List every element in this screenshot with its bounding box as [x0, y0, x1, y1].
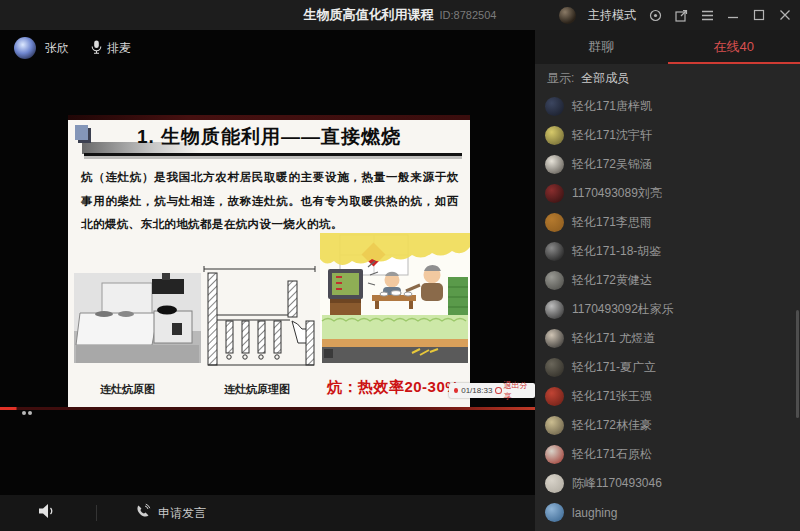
- member-row[interactable]: 1170493089刘亮: [535, 179, 800, 208]
- shared-slide: 1. 生物质能利用——直接燃烧 炕（连灶炕）是我国北方农村居民取暖的主要设施，热…: [68, 120, 470, 407]
- member-name: 轻化171 尤煜道: [572, 330, 655, 347]
- member-avatar: [545, 329, 564, 348]
- efficiency-note: 炕：热效率20-30%: [318, 378, 468, 397]
- member-avatar: [545, 300, 564, 319]
- speaker-icon: [38, 503, 56, 523]
- slide-title: 1. 生物质能利用——直接燃烧: [68, 124, 470, 150]
- exit-share-button[interactable]: 退出分享: [495, 380, 530, 402]
- member-name: 1170493089刘亮: [572, 185, 662, 202]
- toolbar-divider: [96, 505, 97, 521]
- member-list-scrollbar[interactable]: [796, 310, 799, 418]
- tab-group-chat[interactable]: 群聊: [535, 30, 668, 64]
- member-name: laughing: [572, 506, 617, 520]
- member-name: 轻化171-18-胡鉴: [572, 243, 661, 260]
- video-artifact-dots: [22, 411, 26, 415]
- popout-icon[interactable]: [674, 8, 688, 22]
- member-avatar: [545, 126, 564, 145]
- member-name: 轻化171石原松: [572, 446, 652, 463]
- share-control-pill: 01/18:33 退出分享: [449, 383, 535, 398]
- member-row[interactable]: 轻化171张王强: [535, 382, 800, 411]
- caption-middle: 连灶炕原理图: [224, 382, 290, 397]
- member-avatar: [545, 213, 564, 232]
- room-id: ID:8782504: [440, 9, 497, 21]
- member-row[interactable]: laughing: [535, 498, 800, 527]
- member-row[interactable]: 轻化172林佳豪: [535, 411, 800, 440]
- speaker-button[interactable]: [38, 503, 56, 523]
- titlebar: 生物质高值化利用课程 ID:8782504 主持模式: [0, 0, 800, 30]
- member-name: 轻化171-夏广立: [572, 359, 656, 376]
- menu-icon[interactable]: [700, 8, 714, 22]
- kang-diagram-figure: [202, 265, 317, 373]
- request-speak-button[interactable]: 申请发言: [135, 504, 206, 522]
- member-name: 轻化171张王强: [572, 388, 652, 405]
- member-avatar: [545, 184, 564, 203]
- minimize-icon[interactable]: [726, 8, 740, 22]
- presenter-name: 张欣: [45, 40, 69, 57]
- member-avatar: [545, 97, 564, 116]
- member-name: 轻化171唐梓凯: [572, 98, 652, 115]
- member-row[interactable]: 轻化171沈宇轩: [535, 121, 800, 150]
- member-name: 轻化172黄健达: [572, 272, 652, 289]
- member-row[interactable]: 轻化171李思雨: [535, 208, 800, 237]
- member-name: 轻化171李思雨: [572, 214, 652, 231]
- tab-online-members[interactable]: 在线40: [668, 30, 800, 64]
- panel-tabs: 群聊 在线40: [535, 30, 800, 64]
- exit-share-label: 退出分享: [504, 380, 531, 402]
- close-icon[interactable]: [778, 8, 792, 22]
- kang-cartoon-figure: [320, 233, 470, 363]
- member-avatar: [545, 503, 564, 522]
- member-row[interactable]: 轻化171-夏广立: [535, 353, 800, 382]
- member-avatar: [545, 155, 564, 174]
- caption-left: 连灶炕原图: [100, 382, 155, 397]
- queue-mic-label: 排麦: [107, 40, 131, 57]
- member-row[interactable]: 轻化172吴锦涵: [535, 150, 800, 179]
- side-panel: 群聊 在线40 显示: 全部成员 轻化171唐梓凯轻化171沈宇轩轻化172吴锦…: [535, 30, 800, 531]
- slide-paragraph: 炕（连灶炕）是我国北方农村居民取暖的主要设施，热量一般来源于炊事用的柴灶，炕与灶…: [81, 166, 459, 237]
- member-row[interactable]: 轻化171唐梓凯: [535, 92, 800, 121]
- playback-progress-bar[interactable]: [0, 407, 535, 410]
- member-row[interactable]: 轻化171石原松: [535, 440, 800, 469]
- member-list: 轻化171唐梓凯轻化171沈宇轩轻化172吴锦涵1170493089刘亮轻化17…: [535, 92, 800, 531]
- request-speak-label: 申请发言: [158, 505, 206, 522]
- host-avatar[interactable]: [559, 7, 576, 24]
- record-icon[interactable]: [648, 8, 662, 22]
- member-avatar: [545, 358, 564, 377]
- member-row[interactable]: 轻化171-18-胡鉴: [535, 237, 800, 266]
- member-avatar: [545, 445, 564, 464]
- member-name: 轻化172林佳豪: [572, 417, 652, 434]
- share-timer: 01/18:33: [461, 386, 492, 395]
- slide-title-rule: [84, 153, 462, 156]
- member-filter-row: 显示: 全部成员: [547, 64, 629, 92]
- presenter-row: 张欣 排麦: [0, 30, 535, 66]
- mic-icon: [91, 40, 102, 57]
- window-title: 生物质高值化利用课程: [304, 6, 434, 24]
- recording-dot-icon: [454, 388, 458, 393]
- member-row[interactable]: 轻化172黄健达: [535, 266, 800, 295]
- maximize-icon[interactable]: [752, 8, 766, 22]
- kang-photo-figure: [74, 273, 201, 363]
- filter-value-dropdown[interactable]: 全部成员: [581, 70, 629, 87]
- exit-share-ring-icon: [495, 387, 501, 394]
- filter-label: 显示:: [547, 70, 574, 87]
- queue-mic-button[interactable]: 排麦: [91, 40, 131, 57]
- member-name: 轻化172吴锦涵: [572, 156, 652, 173]
- member-avatar: [545, 387, 564, 406]
- member-avatar: [545, 474, 564, 493]
- member-avatar: [545, 242, 564, 261]
- member-avatar: [545, 271, 564, 290]
- member-row[interactable]: 1170493092杜家乐: [535, 295, 800, 324]
- member-name: 轻化171沈宇轩: [572, 127, 652, 144]
- presenter-avatar[interactable]: [14, 37, 36, 59]
- video-stage: 张欣 排麦 1. 生物质能利用——直接燃烧 炕（连灶炕）是我国北方农村居民取暖的…: [0, 30, 535, 495]
- member-avatar: [545, 416, 564, 435]
- member-name: 陈峰1170493046: [572, 475, 662, 492]
- host-mode-label: 主持模式: [588, 7, 636, 24]
- bottom-toolbar: 申请发言: [0, 495, 535, 531]
- handset-icon: [135, 504, 150, 522]
- member-name: 1170493092杜家乐: [572, 301, 674, 318]
- member-row[interactable]: 轻化171 尤煜道: [535, 324, 800, 353]
- member-row[interactable]: 陈峰1170493046: [535, 469, 800, 498]
